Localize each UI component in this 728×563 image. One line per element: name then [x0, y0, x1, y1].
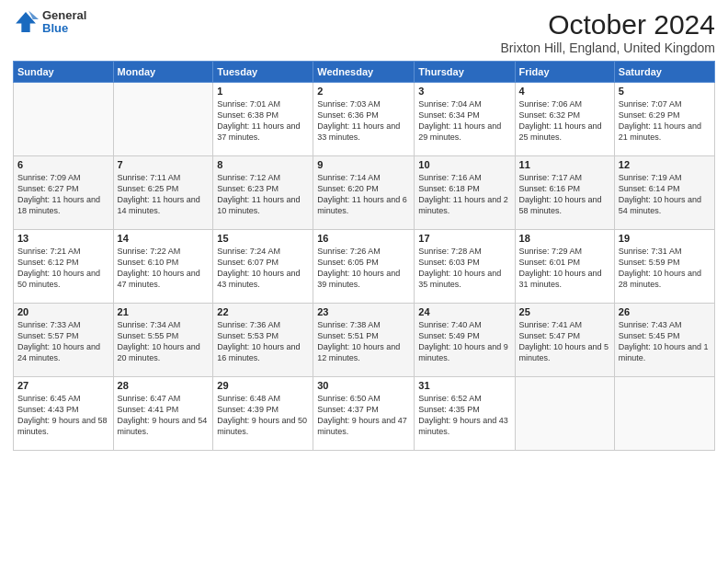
day-number: 10 [418, 159, 510, 170]
calendar-cell: 2Sunrise: 7:03 AMSunset: 6:36 PMDaylight… [313, 83, 415, 156]
header-row: SundayMondayTuesdayWednesdayThursdayFrid… [14, 62, 715, 83]
day-number: 7 [118, 159, 210, 170]
day-info: Sunrise: 7:03 AMSunset: 6:36 PMDaylight:… [317, 98, 410, 144]
title-block: October 2024 Brixton Hill, England, Unit… [501, 9, 715, 55]
header-day-tuesday: Tuesday [213, 62, 313, 83]
calendar-cell: 12Sunrise: 7:19 AMSunset: 6:14 PMDayligh… [614, 156, 714, 230]
day-number: 29 [217, 380, 309, 391]
calendar-cell: 1Sunrise: 7:01 AMSunset: 6:38 PMDaylight… [213, 83, 313, 156]
calendar-cell: 16Sunrise: 7:26 AMSunset: 6:05 PMDayligh… [313, 230, 415, 304]
calendar-cell: 17Sunrise: 7:28 AMSunset: 6:03 PMDayligh… [415, 230, 515, 304]
calendar-table: SundayMondayTuesdayWednesdayThursdayFrid… [13, 61, 715, 451]
page: General Blue October 2024 Brixton Hill, … [0, 0, 728, 563]
day-info: Sunrise: 7:04 AMSunset: 6:34 PMDaylight:… [418, 98, 510, 144]
main-title: October 2024 [501, 9, 715, 40]
day-number: 22 [217, 306, 309, 317]
calendar-cell: 23Sunrise: 7:38 AMSunset: 5:51 PMDayligh… [313, 304, 415, 377]
day-info: Sunrise: 6:50 AMSunset: 4:37 PMDaylight:… [317, 393, 410, 438]
day-info: Sunrise: 7:01 AMSunset: 6:38 PMDaylight:… [217, 98, 309, 144]
calendar-body: 1Sunrise: 7:01 AMSunset: 6:38 PMDaylight… [14, 83, 715, 451]
day-number: 4 [519, 86, 610, 97]
day-info: Sunrise: 7:38 AMSunset: 5:51 PMDaylight:… [317, 319, 410, 364]
week-row-3: 13Sunrise: 7:21 AMSunset: 6:12 PMDayligh… [14, 230, 715, 304]
day-number: 14 [118, 233, 210, 244]
header-day-sunday: Sunday [14, 62, 114, 83]
day-info: Sunrise: 7:11 AMSunset: 6:25 PMDaylight:… [118, 172, 210, 217]
day-number: 27 [17, 380, 109, 391]
day-number: 11 [519, 159, 610, 170]
calendar-cell: 13Sunrise: 7:21 AMSunset: 6:12 PMDayligh… [14, 230, 114, 304]
calendar-cell: 24Sunrise: 7:40 AMSunset: 5:49 PMDayligh… [415, 304, 515, 377]
day-info: Sunrise: 7:29 AMSunset: 6:01 PMDaylight:… [519, 246, 610, 291]
calendar-cell: 10Sunrise: 7:16 AMSunset: 6:18 PMDayligh… [415, 156, 515, 230]
day-number: 21 [118, 306, 210, 317]
day-info: Sunrise: 7:28 AMSunset: 6:03 PMDaylight:… [418, 246, 510, 291]
calendar-cell [113, 83, 213, 156]
calendar-cell: 6Sunrise: 7:09 AMSunset: 6:27 PMDaylight… [14, 156, 114, 230]
calendar-cell [515, 377, 614, 451]
day-info: Sunrise: 7:12 AMSunset: 6:23 PMDaylight:… [217, 172, 309, 217]
subtitle: Brixton Hill, England, United Kingdom [501, 40, 715, 55]
calendar-header: SundayMondayTuesdayWednesdayThursdayFrid… [14, 62, 715, 83]
calendar-cell: 5Sunrise: 7:07 AMSunset: 6:29 PMDaylight… [614, 83, 714, 156]
day-number: 15 [217, 233, 309, 244]
day-number: 12 [619, 159, 711, 170]
calendar-cell: 7Sunrise: 7:11 AMSunset: 6:25 PMDaylight… [113, 156, 213, 230]
calendar-cell: 3Sunrise: 7:04 AMSunset: 6:34 PMDaylight… [415, 83, 515, 156]
day-info: Sunrise: 7:41 AMSunset: 5:47 PMDaylight:… [519, 319, 610, 364]
week-row-2: 6Sunrise: 7:09 AMSunset: 6:27 PMDaylight… [14, 156, 715, 230]
day-info: Sunrise: 7:07 AMSunset: 6:29 PMDaylight:… [619, 98, 711, 144]
day-number: 13 [17, 233, 109, 244]
day-info: Sunrise: 7:43 AMSunset: 5:45 PMDaylight:… [619, 319, 711, 364]
day-number: 28 [118, 380, 210, 391]
day-number: 25 [519, 306, 610, 317]
calendar-cell: 28Sunrise: 6:47 AMSunset: 4:41 PMDayligh… [113, 377, 213, 451]
day-number: 26 [619, 306, 711, 317]
logo-blue: Blue [42, 22, 86, 35]
header-day-wednesday: Wednesday [313, 62, 415, 83]
day-info: Sunrise: 7:26 AMSunset: 6:05 PMDaylight:… [317, 246, 410, 291]
day-info: Sunrise: 7:06 AMSunset: 6:32 PMDaylight:… [519, 98, 610, 144]
calendar-cell: 4Sunrise: 7:06 AMSunset: 6:32 PMDaylight… [515, 83, 614, 156]
calendar-cell [614, 377, 714, 451]
day-info: Sunrise: 7:09 AMSunset: 6:27 PMDaylight:… [17, 172, 109, 217]
calendar-cell: 11Sunrise: 7:17 AMSunset: 6:16 PMDayligh… [515, 156, 614, 230]
day-number: 5 [619, 86, 711, 97]
logo-icon [13, 9, 39, 35]
calendar-cell: 14Sunrise: 7:22 AMSunset: 6:10 PMDayligh… [113, 230, 213, 304]
logo: General Blue [13, 9, 86, 36]
day-number: 9 [317, 159, 410, 170]
header-day-thursday: Thursday [415, 62, 515, 83]
calendar-cell: 26Sunrise: 7:43 AMSunset: 5:45 PMDayligh… [614, 304, 714, 377]
day-number: 3 [418, 86, 510, 97]
day-number: 17 [418, 233, 510, 244]
day-info: Sunrise: 7:24 AMSunset: 6:07 PMDaylight:… [217, 246, 309, 291]
day-number: 31 [418, 380, 510, 391]
calendar-cell: 8Sunrise: 7:12 AMSunset: 6:23 PMDaylight… [213, 156, 313, 230]
day-info: Sunrise: 7:31 AMSunset: 5:59 PMDaylight:… [619, 246, 711, 291]
calendar-cell: 21Sunrise: 7:34 AMSunset: 5:55 PMDayligh… [113, 304, 213, 377]
header-day-saturday: Saturday [614, 62, 714, 83]
calendar-cell: 15Sunrise: 7:24 AMSunset: 6:07 PMDayligh… [213, 230, 313, 304]
header: General Blue October 2024 Brixton Hill, … [13, 9, 715, 55]
day-number: 2 [317, 86, 410, 97]
day-info: Sunrise: 7:22 AMSunset: 6:10 PMDaylight:… [118, 246, 210, 291]
day-number: 18 [519, 233, 610, 244]
calendar-cell: 31Sunrise: 6:52 AMSunset: 4:35 PMDayligh… [415, 377, 515, 451]
week-row-1: 1Sunrise: 7:01 AMSunset: 6:38 PMDaylight… [14, 83, 715, 156]
day-info: Sunrise: 7:16 AMSunset: 6:18 PMDaylight:… [418, 172, 510, 217]
day-info: Sunrise: 6:45 AMSunset: 4:43 PMDaylight:… [17, 393, 109, 438]
day-number: 23 [317, 306, 410, 317]
header-day-monday: Monday [113, 62, 213, 83]
day-info: Sunrise: 7:40 AMSunset: 5:49 PMDaylight:… [418, 319, 510, 364]
day-info: Sunrise: 7:33 AMSunset: 5:57 PMDaylight:… [17, 319, 109, 364]
week-row-4: 20Sunrise: 7:33 AMSunset: 5:57 PMDayligh… [14, 304, 715, 377]
calendar-cell: 9Sunrise: 7:14 AMSunset: 6:20 PMDaylight… [313, 156, 415, 230]
calendar-cell [14, 83, 114, 156]
calendar-cell: 22Sunrise: 7:36 AMSunset: 5:53 PMDayligh… [213, 304, 313, 377]
day-info: Sunrise: 6:47 AMSunset: 4:41 PMDaylight:… [118, 393, 210, 438]
calendar-cell: 25Sunrise: 7:41 AMSunset: 5:47 PMDayligh… [515, 304, 614, 377]
day-number: 20 [17, 306, 109, 317]
day-info: Sunrise: 7:36 AMSunset: 5:53 PMDaylight:… [217, 319, 309, 364]
day-info: Sunrise: 7:21 AMSunset: 6:12 PMDaylight:… [17, 246, 109, 291]
